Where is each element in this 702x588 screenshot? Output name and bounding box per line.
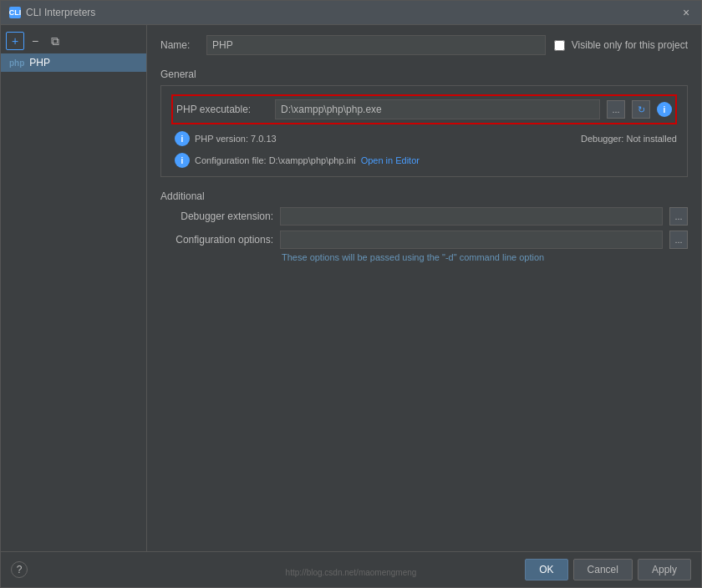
executable-row: PHP executable: ... ↻ i [171,94,677,124]
debugger-extension-row: Debugger extension: ... [160,207,688,226]
php-version-text: PHP version: 7.0.13 [195,134,277,144]
config-file-row: i Configuration file: D:\xampp\php\php.i… [171,153,677,168]
dialog-footer: ? http://blog.csdn.net/maomengmeng OK Ca… [1,551,701,587]
config-options-browse-button[interactable]: ... [669,231,688,249]
cli-icon: CLI [9,7,21,18]
php-executable-input[interactable] [275,99,600,119]
config-options-hint: These options will be passed using the "… [160,252,688,262]
sidebar-item-label: PHP [29,57,50,68]
php-version-row: i PHP version: 7.0.13 Debugger: Not inst… [171,131,677,146]
cli-interpreters-dialog: CLI CLI Interpreters × + − ⧉ php PHP Nam… [0,0,702,588]
config-info-icon: i [175,153,190,168]
visible-only-checkbox[interactable] [554,40,565,51]
cancel-button[interactable]: Cancel [573,559,633,580]
title-bar: CLI CLI Interpreters × [1,1,701,25]
config-options-input[interactable] [280,231,663,249]
ok-button[interactable]: OK [525,559,567,580]
visible-checkbox-row: Visible only for this project [554,39,688,51]
general-section: General PHP executable: ... ↻ i i PHP ve… [160,68,688,177]
debugger-status-text: Debugger: Not installed [581,134,677,144]
general-section-label: General [160,68,688,80]
info-button[interactable]: i [657,102,672,117]
remove-interpreter-button[interactable]: − [26,32,44,50]
name-row: Name: Visible only for this project [160,35,688,55]
executable-label: PHP executable: [176,104,268,115]
watermark: http://blog.csdn.net/maomengmeng [286,568,417,577]
config-options-row: Configuration options: ... [160,231,688,249]
help-button[interactable]: ? [11,561,28,578]
add-interpreter-button[interactable]: + [6,32,24,50]
sidebar: + − ⧉ php PHP [1,25,147,551]
name-input[interactable] [206,35,546,55]
executable-browse-button[interactable]: ... [607,100,625,119]
debugger-extension-input[interactable] [280,207,663,226]
debugger-extension-browse-button[interactable]: ... [669,207,688,226]
visible-only-label: Visible only for this project [572,39,688,51]
dialog-title: CLI Interpreters [26,7,95,18]
config-file-text: Configuration file: D:\xampp\php\php.ini [195,155,356,165]
main-content: Name: Visible only for this project Gene… [147,25,701,551]
debugger-extension-label: Debugger extension: [160,210,273,222]
title-bar-left: CLI CLI Interpreters [9,7,95,18]
general-section-box: PHP executable: ... ↻ i i PHP version: 7… [160,85,688,177]
refresh-button[interactable]: ↻ [632,100,650,119]
close-button[interactable]: × [679,6,693,19]
additional-section-label: Additional [160,190,688,202]
dialog-body: + − ⧉ php PHP Name: Visible only for thi… [1,25,701,551]
php-icon: php [9,58,24,68]
apply-button[interactable]: Apply [638,559,691,580]
version-info-icon: i [175,131,190,146]
config-options-label: Configuration options: [160,234,273,246]
name-label: Name: [160,39,198,51]
additional-section: Additional Debugger extension: ... Confi… [160,190,688,262]
sidebar-toolbar: + − ⧉ [1,28,146,53]
open-in-editor-link[interactable]: Open in Editor [361,155,420,165]
copy-interpreter-button[interactable]: ⧉ [46,32,64,50]
sidebar-item-php[interactable]: php PHP [1,53,146,72]
